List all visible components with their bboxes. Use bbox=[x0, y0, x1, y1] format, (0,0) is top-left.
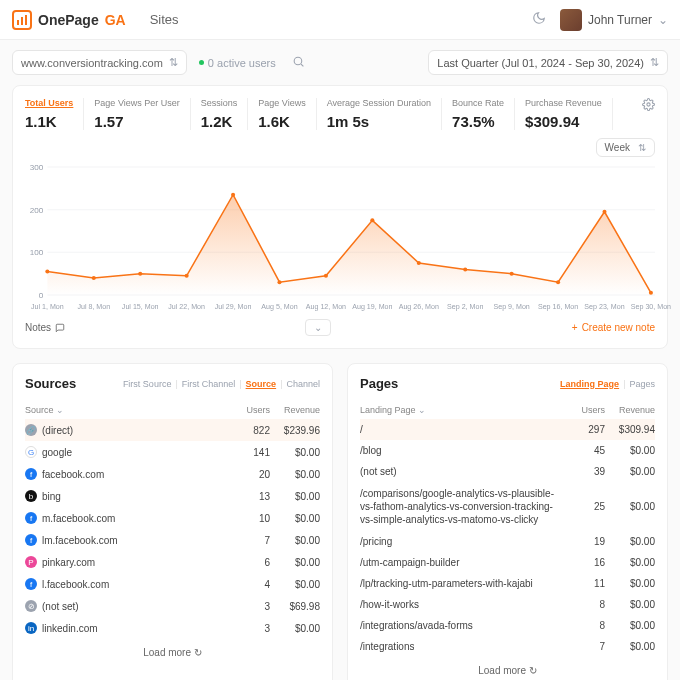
tab[interactable]: First Source bbox=[123, 379, 172, 389]
users-value: 13 bbox=[220, 491, 270, 502]
revenue-value: $239.96 bbox=[270, 425, 320, 436]
source-icon: in bbox=[25, 622, 37, 634]
column-header[interactable]: Users bbox=[220, 405, 270, 415]
notes-label[interactable]: Notes bbox=[25, 322, 65, 333]
svg-text:0: 0 bbox=[39, 291, 44, 300]
active-users: 0 active users bbox=[199, 57, 276, 69]
sort-icon: ⌄ bbox=[56, 405, 64, 415]
table-row[interactable]: 🔗(direct)822$239.96 bbox=[25, 419, 320, 441]
user-menu[interactable]: John Turner ⌄ bbox=[560, 9, 668, 31]
svg-text:Jul 22, Mon: Jul 22, Mon bbox=[168, 303, 205, 310]
table-row[interactable]: /how-it-works8$0.00 bbox=[360, 594, 655, 615]
metric[interactable]: Total Users1.1K bbox=[25, 98, 84, 130]
column-header[interactable]: Source ⌄ bbox=[25, 405, 220, 415]
metric[interactable]: Purchase Revenue$309.94 bbox=[515, 98, 613, 130]
column-header[interactable]: Users bbox=[555, 405, 605, 415]
source-name: l.facebook.com bbox=[42, 579, 109, 590]
source-name: facebook.com bbox=[42, 469, 104, 480]
source-name: google bbox=[42, 447, 72, 458]
page-name: /integrations bbox=[360, 641, 414, 652]
metric[interactable]: Average Session Duration1m 5s bbox=[317, 98, 442, 130]
chevron-updown-icon: ⇅ bbox=[638, 142, 646, 153]
metric[interactable]: Page Views Per User1.57 bbox=[84, 98, 190, 130]
metric-label: Purchase Revenue bbox=[525, 98, 602, 108]
gear-icon[interactable] bbox=[642, 98, 655, 114]
table-row[interactable]: ⊘(not set)3$69.98 bbox=[25, 595, 320, 617]
logo[interactable]: OnePageGA bbox=[12, 10, 126, 30]
metric[interactable]: Bounce Rate73.5% bbox=[442, 98, 515, 130]
table-row[interactable]: inlinkedin.com3$0.00 bbox=[25, 617, 320, 639]
date-range-select[interactable]: Last Quarter (Jul 01, 2024 - Sep 30, 202… bbox=[428, 50, 668, 75]
table-row[interactable]: Ggoogle141$0.00 bbox=[25, 441, 320, 463]
metric-value: 1.6K bbox=[258, 113, 305, 130]
table-row[interactable]: /comparisons/google-analytics-vs-plausib… bbox=[360, 482, 655, 531]
table-row[interactable]: fm.facebook.com10$0.00 bbox=[25, 507, 320, 529]
tab[interactable]: Source bbox=[246, 379, 277, 389]
page-name: / bbox=[360, 424, 363, 435]
source-name: m.facebook.com bbox=[42, 513, 115, 524]
svg-point-16 bbox=[138, 272, 142, 276]
revenue-value: $0.00 bbox=[270, 469, 320, 480]
tab[interactable]: Pages bbox=[629, 379, 655, 389]
users-value: 39 bbox=[555, 466, 605, 477]
table-row[interactable]: bbing13$0.00 bbox=[25, 485, 320, 507]
table-row[interactable]: /integrations/avada-forms8$0.00 bbox=[360, 615, 655, 636]
nav-sites[interactable]: Sites bbox=[150, 12, 179, 27]
users-value: 16 bbox=[555, 557, 605, 568]
theme-toggle[interactable] bbox=[532, 11, 546, 28]
source-icon: 🔗 bbox=[25, 424, 37, 436]
svg-point-26 bbox=[602, 210, 606, 214]
revenue-value: $0.00 bbox=[605, 641, 655, 652]
table-row[interactable]: /integrations7$0.00 bbox=[360, 636, 655, 657]
svg-text:Aug 19, Mon: Aug 19, Mon bbox=[352, 303, 392, 311]
sort-icon: ⌄ bbox=[418, 405, 426, 415]
table-row[interactable]: fl.facebook.com4$0.00 bbox=[25, 573, 320, 595]
metric-value: $309.94 bbox=[525, 113, 602, 130]
domain-select[interactable]: www.conversiontracking.com ⇅ bbox=[12, 50, 187, 75]
table-row[interactable]: (not set)39$0.00 bbox=[360, 461, 655, 482]
table-row[interactable]: flm.facebook.com7$0.00 bbox=[25, 529, 320, 551]
users-value: 25 bbox=[555, 501, 605, 512]
table-row[interactable]: /utm-campaign-builder16$0.00 bbox=[360, 552, 655, 573]
users-value: 4 bbox=[220, 579, 270, 590]
metric[interactable]: Page Views1.6K bbox=[248, 98, 316, 130]
source-icon: f bbox=[25, 534, 37, 546]
chevron-updown-icon: ⇅ bbox=[169, 56, 178, 69]
users-value: 3 bbox=[220, 601, 270, 612]
revenue-value: $69.98 bbox=[270, 601, 320, 612]
page-name: (not set) bbox=[360, 466, 397, 477]
svg-point-23 bbox=[463, 267, 467, 271]
svg-text:Sep 16, Mon: Sep 16, Mon bbox=[538, 303, 578, 311]
column-header[interactable]: Revenue bbox=[270, 405, 320, 415]
tab[interactable]: Channel bbox=[286, 379, 320, 389]
notes-expand[interactable]: ⌄ bbox=[305, 319, 331, 336]
table-row[interactable]: /297$309.94 bbox=[360, 419, 655, 440]
revenue-value: $0.00 bbox=[605, 445, 655, 456]
column-header[interactable]: Revenue bbox=[605, 405, 655, 415]
table-row[interactable]: /blog45$0.00 bbox=[360, 440, 655, 461]
table-row[interactable]: /lp/tracking-utm-parameters-with-kajabi1… bbox=[360, 573, 655, 594]
user-name: John Turner bbox=[588, 13, 652, 27]
users-value: 7 bbox=[555, 641, 605, 652]
column-header[interactable]: Landing Page ⌄ bbox=[360, 405, 555, 415]
search-icon[interactable] bbox=[292, 55, 305, 71]
chevron-down-icon: ⌄ bbox=[658, 13, 668, 27]
table-row[interactable]: Ppinkary.com6$0.00 bbox=[25, 551, 320, 573]
table-row[interactable]: /pricing19$0.00 bbox=[360, 531, 655, 552]
metric-label: Total Users bbox=[25, 98, 73, 108]
tab[interactable]: First Channel bbox=[182, 379, 236, 389]
tab[interactable]: Landing Page bbox=[560, 379, 619, 389]
svg-text:Aug 26, Mon: Aug 26, Mon bbox=[399, 303, 439, 311]
revenue-value: $0.00 bbox=[270, 579, 320, 590]
page-name: /pricing bbox=[360, 536, 392, 547]
load-more[interactable]: Load more ↻ bbox=[25, 647, 320, 658]
table-row[interactable]: ffacebook.com20$0.00 bbox=[25, 463, 320, 485]
load-more[interactable]: Load more ↻ bbox=[360, 665, 655, 676]
period-select[interactable]: Week ⇅ bbox=[596, 138, 655, 157]
metric-label: Sessions bbox=[201, 98, 238, 108]
users-value: 8 bbox=[555, 599, 605, 610]
chevron-updown-icon: ⇅ bbox=[650, 56, 659, 69]
metric[interactable]: Sessions1.2K bbox=[191, 98, 249, 130]
create-note[interactable]: + Create new note bbox=[572, 322, 655, 333]
revenue-value: $309.94 bbox=[605, 424, 655, 435]
